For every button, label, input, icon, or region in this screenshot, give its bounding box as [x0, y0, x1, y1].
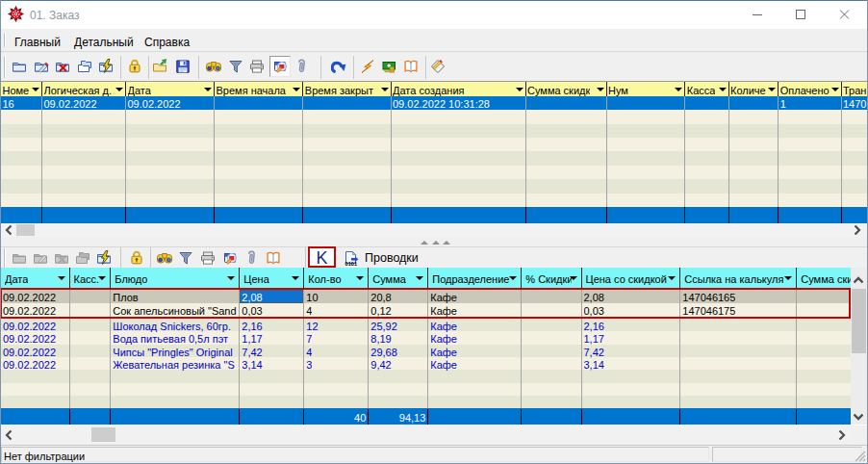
svg-text:0101: 0101 — [345, 260, 358, 265]
